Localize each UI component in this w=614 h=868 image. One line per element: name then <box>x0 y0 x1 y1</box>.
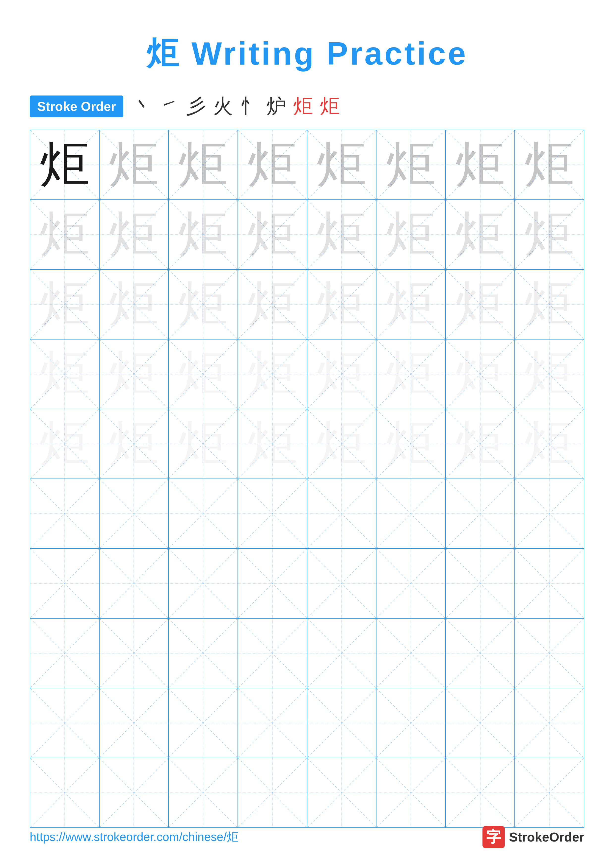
grid-cell-2-2[interactable]: 炬 <box>99 200 169 269</box>
svg-line-99 <box>99 549 168 618</box>
grid-cell-8-7[interactable] <box>446 618 515 688</box>
svg-line-135 <box>238 688 307 758</box>
grid-cell-2-4[interactable]: 炬 <box>238 200 307 269</box>
grid-cell-9-3[interactable] <box>169 688 238 758</box>
grid-cell-3-2[interactable]: 炬 <box>99 270 169 339</box>
grid-cell-2-5[interactable]: 炬 <box>307 200 377 269</box>
grid-cell-8-6[interactable] <box>376 618 446 688</box>
svg-line-98 <box>99 549 168 618</box>
grid-cell-2-7[interactable]: 炬 <box>446 200 515 269</box>
svg-line-132 <box>169 688 238 758</box>
grid-cell-4-8[interactable]: 炬 <box>515 339 584 409</box>
grid-cell-10-3[interactable] <box>169 758 238 828</box>
grid-cell-6-2[interactable] <box>99 479 169 548</box>
grid-cell-5-1[interactable]: 炬 <box>30 409 99 479</box>
grid-cell-8-4[interactable] <box>238 618 307 688</box>
practice-char: 炬 <box>109 140 159 189</box>
grid-cell-9-2[interactable] <box>99 688 169 758</box>
grid-cell-5-3[interactable]: 炬 <box>169 409 238 479</box>
grid-cell-3-3[interactable]: 炬 <box>169 270 238 339</box>
grid-cell-7-7[interactable] <box>446 549 515 618</box>
grid-cell-4-5[interactable]: 炬 <box>307 339 377 409</box>
grid-cell-9-5[interactable] <box>307 688 377 758</box>
svg-line-131 <box>99 688 168 758</box>
svg-line-84 <box>169 479 238 548</box>
grid-cell-2-8[interactable]: 炬 <box>515 200 584 269</box>
grid-cell-7-5[interactable] <box>307 549 377 618</box>
grid-cell-6-3[interactable] <box>169 479 238 548</box>
grid-cell-10-8[interactable] <box>515 758 584 828</box>
svg-line-106 <box>376 549 445 618</box>
grid-cell-8-5[interactable] <box>307 618 377 688</box>
grid-cell-4-3[interactable]: 炬 <box>169 339 238 409</box>
grid-cell-7-6[interactable] <box>376 549 446 618</box>
grid-cell-3-8[interactable]: 炬 <box>515 270 584 339</box>
grid-cell-2-3[interactable]: 炬 <box>169 200 238 269</box>
svg-line-115 <box>99 618 168 688</box>
grid-cell-5-2[interactable]: 炬 <box>99 409 169 479</box>
practice-char: 炬 <box>455 349 505 399</box>
svg-line-111 <box>515 549 584 618</box>
grid-cell-1-6[interactable]: 炬 <box>376 130 446 200</box>
grid-cell-9-4[interactable] <box>238 688 307 758</box>
grid-cell-1-2[interactable]: 炬 <box>99 130 169 200</box>
grid-cell-3-6[interactable]: 炬 <box>376 270 446 339</box>
grid-cell-2-6[interactable]: 炬 <box>376 200 446 269</box>
grid-cell-5-6[interactable]: 炬 <box>376 409 446 479</box>
grid-cell-1-1[interactable]: 炬 <box>30 130 99 200</box>
grid-cell-9-7[interactable] <box>446 688 515 758</box>
svg-line-87 <box>238 479 307 548</box>
grid-cell-6-5[interactable] <box>307 479 377 548</box>
grid-cell-8-3[interactable] <box>169 618 238 688</box>
grid-cell-6-4[interactable] <box>238 479 307 548</box>
grid-cell-8-1[interactable] <box>30 618 99 688</box>
grid-cell-5-7[interactable]: 炬 <box>446 409 515 479</box>
grid-cell-3-1[interactable]: 炬 <box>30 270 99 339</box>
grid-cell-7-8[interactable] <box>515 549 584 618</box>
grid-cell-4-6[interactable]: 炬 <box>376 339 446 409</box>
grid-cell-1-8[interactable]: 炬 <box>515 130 584 200</box>
grid-cell-4-2[interactable]: 炬 <box>99 339 169 409</box>
grid-cell-10-2[interactable] <box>99 758 169 828</box>
grid-cell-7-2[interactable] <box>99 549 169 618</box>
grid-cell-7-3[interactable] <box>169 549 238 618</box>
grid-cell-1-4[interactable]: 炬 <box>238 130 307 200</box>
grid-cell-1-7[interactable]: 炬 <box>446 130 515 200</box>
svg-line-120 <box>307 618 376 688</box>
stroke-sequence: 丶 ㇀ 彡 火 忄 炉 炬 炬 <box>133 93 340 120</box>
grid-cell-4-4[interactable]: 炬 <box>238 339 307 409</box>
grid-cell-5-8[interactable]: 炬 <box>515 409 584 479</box>
practice-char: 炬 <box>40 419 89 469</box>
grid-cell-9-8[interactable] <box>515 688 584 758</box>
grid-cell-8-2[interactable] <box>99 618 169 688</box>
grid-cell-9-1[interactable] <box>30 688 99 758</box>
footer-url[interactable]: https://www.strokeorder.com/chinese/炬 <box>30 829 238 845</box>
grid-cell-6-1[interactable] <box>30 479 99 548</box>
grid-cell-10-1[interactable] <box>30 758 99 828</box>
grid-cell-3-5[interactable]: 炬 <box>307 270 377 339</box>
grid-cell-10-7[interactable] <box>446 758 515 828</box>
grid-cell-3-4[interactable]: 炬 <box>238 270 307 339</box>
grid-cell-5-5[interactable]: 炬 <box>307 409 377 479</box>
svg-line-88 <box>307 479 376 548</box>
grid-cell-6-6[interactable] <box>376 479 446 548</box>
grid-cell-1-3[interactable]: 炬 <box>169 130 238 200</box>
grid-cell-4-7[interactable]: 炬 <box>446 339 515 409</box>
grid-cell-10-5[interactable] <box>307 758 377 828</box>
grid-cell-3-7[interactable]: 炬 <box>446 270 515 339</box>
grid-cell-7-4[interactable] <box>238 549 307 618</box>
grid-cell-10-6[interactable] <box>376 758 446 828</box>
grid-cell-9-6[interactable] <box>376 688 446 758</box>
grid-cell-6-8[interactable] <box>515 479 584 548</box>
svg-line-137 <box>307 688 376 758</box>
grid-row-10 <box>30 758 584 828</box>
grid-cell-5-4[interactable]: 炬 <box>238 409 307 479</box>
grid-cell-6-7[interactable] <box>446 479 515 548</box>
strokeorder-logo-icon: 字 <box>482 826 505 848</box>
grid-cell-10-4[interactable] <box>238 758 307 828</box>
grid-cell-7-1[interactable] <box>30 549 99 618</box>
grid-cell-1-5[interactable]: 炬 <box>307 130 377 200</box>
grid-cell-8-8[interactable] <box>515 618 584 688</box>
grid-cell-2-1[interactable]: 炬 <box>30 200 99 269</box>
grid-cell-4-1[interactable]: 炬 <box>30 339 99 409</box>
